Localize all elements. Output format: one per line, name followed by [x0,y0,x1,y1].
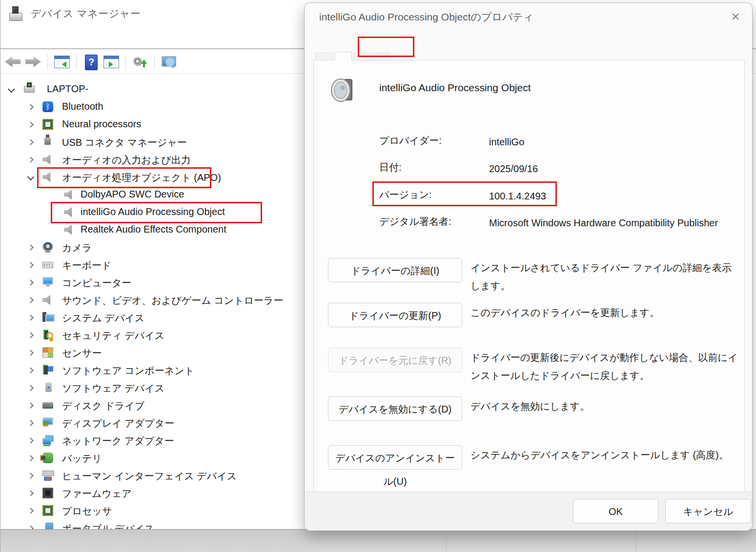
tree-item[interactable]: ヒューマン インターフェイス デバイス [0,467,313,485]
tree-item-label: プロセッサ [62,505,112,518]
tree-item[interactable]: コンピューター [0,274,313,292]
driver-action-button[interactable]: ドライバーの詳細(I) [328,258,462,282]
show-action-pane-icon[interactable] [102,53,121,71]
chevron-icon[interactable] [28,297,34,303]
chevron-icon[interactable] [28,262,34,268]
driver-action-button[interactable]: デバイスのアンインストール(U) [328,445,462,470]
chevron-icon[interactable] [28,350,34,356]
tree-item[interactable]: LAPTOP- [0,81,313,99]
tree-item[interactable]: USB コネクタ マネージャー [0,134,313,151]
dialog-tab[interactable] [334,52,352,60]
tree-item[interactable]: オーディオの入力および出力 [0,151,313,169]
tree-item[interactable]: ネットワーク アダプター [0,432,313,450]
tree-item-label: ポータブル デバイス [62,522,154,529]
forward-arrow-icon[interactable] [24,53,42,71]
back-arrow-icon[interactable] [3,53,22,71]
show-console-tree-icon[interactable] [53,53,71,71]
tree-item[interactable]: DolbyAPO SWC Device [0,186,313,204]
tree-item[interactable]: セキュリティ デバイス [0,327,313,344]
update-driver-icon[interactable] [131,53,149,71]
chevron-icon[interactable] [28,403,34,409]
tree-item[interactable]: カメラ [0,239,313,256]
chevron-icon[interactable] [28,157,34,163]
chevron-icon[interactable] [28,122,34,128]
tree-item[interactable]: ファームウェア [0,485,313,502]
menu-item[interactable] [65,36,67,40]
ok-button[interactable]: OK [573,499,658,523]
chevron-icon[interactable] [8,87,14,93]
tree-item-label: ヒューマン インターフェイス デバイス [62,470,237,483]
chevron-icon[interactable] [0,210,6,216]
menu-item[interactable] [95,36,97,40]
chevron-icon[interactable] [28,491,34,496]
property-value: intelliGo [489,134,718,150]
dialog-tab[interactable] [315,53,333,60]
driver-action-row: ドライバーの更新(P) このデバイスのドライバーを更新します。 [328,303,743,332]
tree-item[interactable]: キーボード [0,256,313,274]
device-header: intelliGo Audio Processing Object [305,71,752,110]
tree-item-label: ソフトウェア コンポーネント [62,364,194,377]
tree-item[interactable]: ディスク ドライブ [0,397,313,414]
tree-item[interactable]: プロセッサ [0,502,313,520]
tree-item[interactable]: サウンド、ビデオ、およびゲーム コントローラー [0,292,313,309]
tree-item[interactable]: オーディオ処理オブジェクト (APO) [0,169,313,186]
separator-icon [76,54,77,70]
tree-item[interactable]: センサー [0,344,313,362]
display-adapter-icon [42,417,53,425]
driver-action-row: デバイスを無効にする(D) デバイスを無効にします。 [328,396,743,426]
tree-item[interactable]: システム デバイス [0,309,313,327]
tree-item[interactable]: Neural processors [0,116,313,134]
close-icon[interactable]: × [726,7,745,26]
chevron-icon[interactable] [28,438,34,444]
dialog-tab[interactable] [353,53,371,60]
tree-item[interactable]: ソフトウェア コンポーネント [0,362,313,379]
tree-item[interactable]: intelliGo Audio Processing Object [0,204,313,221]
chevron-icon[interactable] [28,333,34,338]
background-strip [0,529,756,552]
driver-action-button[interactable]: ドライバーの更新(P) [328,303,462,327]
tree-item[interactable]: Realtek Audio Effects Component [0,221,313,239]
driver-action-description: インストールされているドライバー ファイルの詳細を表示します。 [470,259,738,295]
chevron-icon[interactable] [0,227,6,233]
scan-hardware-icon[interactable] [160,53,178,71]
chip-green-icon [42,119,53,130]
chevron-icon[interactable] [0,192,6,198]
chevron-icon[interactable] [28,473,34,479]
device-name: intelliGo Audio Processing Object [379,82,531,94]
tree-item[interactable]: ディスプレイ アダプター [0,414,313,432]
separator-icon [47,54,48,70]
chevron-icon[interactable] [28,526,34,529]
tree-item-label: コンピューター [62,276,131,290]
chevron-icon[interactable] [28,175,34,180]
disk-icon [42,402,53,409]
chevron-icon[interactable] [28,368,34,374]
dialog-tab[interactable] [372,53,390,60]
chevron-icon[interactable] [28,508,34,514]
chevron-icon[interactable] [28,385,34,391]
chevron-icon[interactable] [28,245,34,251]
bluetooth-icon [42,101,53,112]
chevron-icon[interactable] [28,455,34,461]
chevron-icon[interactable] [28,280,34,286]
network-adapter-icon [42,435,53,446]
tree-item-label: ネットワーク アダプター [62,434,174,448]
security-icon [42,330,53,340]
menu-item[interactable] [37,36,39,40]
chevron-icon[interactable] [28,420,34,426]
driver-action-button[interactable]: ドライバーを元に戻す(R) [328,348,462,372]
tree-item-label: USB コネクタ マネージャー [62,136,187,149]
tree-item[interactable]: バッテリ [0,450,313,467]
cancel-button[interactable]: キャンセル [665,499,751,523]
driver-action-row: ドライバーを元に戻す(R) ドライバーの更新後にデバイスが動作しない場合、以前に… [328,348,743,377]
tree-item[interactable]: Bluetooth [0,99,313,116]
driver-action-button[interactable]: デバイスを無効にする(D) [328,396,462,421]
chevron-icon[interactable] [28,139,34,145]
tree-item-label: ディスプレイ アダプター [62,417,174,430]
tree-item[interactable]: ポータブル デバイス [0,520,313,529]
menu-item[interactable] [9,36,11,40]
help-icon[interactable] [82,53,100,71]
chevron-icon[interactable] [28,104,34,110]
sensor-icon [42,347,53,358]
chevron-icon[interactable] [28,315,34,321]
tree-item[interactable]: ソフトウェア デバイス [0,379,313,397]
